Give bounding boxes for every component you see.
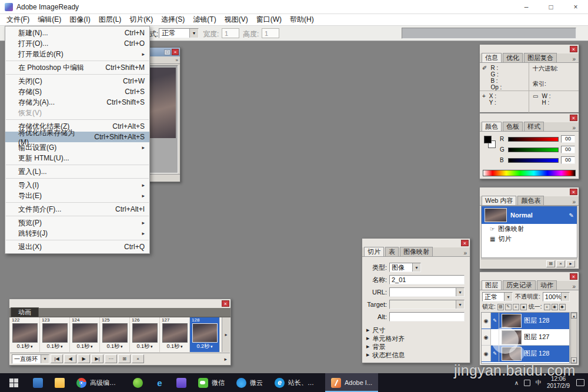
panel-tab[interactable]: 信息 — [482, 53, 502, 62]
panel-tab[interactable]: 图层复合 — [524, 53, 557, 62]
taskbar-pinned-app[interactable] — [27, 373, 49, 392]
file-menu-item[interactable]: 更新 HTML(U)... — [5, 153, 149, 163]
file-menu-item[interactable]: 关闭(C)Ctrl+W — [5, 76, 149, 86]
next-frame-button[interactable]: ▶| — [91, 354, 103, 363]
taskbar-imageready-window[interactable]: Adobe I... — [325, 373, 378, 392]
minimize-button[interactable]: – — [514, 0, 539, 14]
panel-tab[interactable]: 颜色表 — [517, 196, 544, 205]
panel-drag-strip[interactable]: × — [480, 113, 579, 122]
taskbar-purple-app[interactable] — [171, 373, 192, 392]
slice-field-combo[interactable]: ▾ — [389, 300, 465, 309]
color-swatches[interactable] — [483, 135, 497, 159]
panel-tab[interactable]: 图像映射 — [400, 247, 433, 256]
taskbar-browser-window[interactable]: 高级编辑... — [71, 373, 127, 392]
lock-image-icon[interactable]: ✎ — [505, 304, 512, 310]
panel-menu-icon[interactable]: » — [571, 125, 577, 131]
slice-section-row[interactable]: ▶状态栏信息 — [362, 351, 470, 359]
animation-frame[interactable]: 1280.2秒▾ — [190, 317, 220, 352]
animation-frame[interactable]: 1250.1秒▾ — [100, 317, 130, 352]
frame-delay[interactable]: 0.2秒▾ — [196, 343, 212, 350]
taskbar-weiyun[interactable]: 微云 — [230, 373, 269, 392]
close-icon[interactable]: × — [570, 115, 577, 121]
menubar-item[interactable]: 选择(S) — [157, 14, 189, 25]
style-select[interactable]: 正常 ▾ — [159, 28, 199, 38]
duplicate-frame-button[interactable]: ⊞ — [118, 354, 131, 363]
slice-section-row[interactable]: ▶单元格对齐 — [362, 334, 470, 343]
document-close-button[interactable]: × — [172, 49, 179, 55]
maximize-button[interactable]: □ — [539, 0, 563, 14]
foreground-color-swatch[interactable] — [484, 136, 492, 143]
panel-tab[interactable]: 表 — [385, 247, 399, 256]
frame-delay[interactable]: 0.1秒▾ — [16, 343, 32, 350]
file-menu-item[interactable]: 文件简介(F)...Ctrl+Alt+I — [5, 204, 149, 215]
previous-frame-button[interactable]: ◀ — [64, 354, 76, 363]
lock-all-icon[interactable]: ■ — [520, 304, 527, 310]
visibility-eye-icon[interactable]: ◉ — [482, 346, 491, 361]
file-menu-item[interactable]: 恢复(V) — [5, 108, 149, 118]
panel-options-button[interactable]: ▸ — [566, 260, 575, 267]
close-icon[interactable]: × — [461, 240, 469, 246]
delete-item-button[interactable]: × — [556, 260, 565, 267]
frame-delay[interactable]: 0.1秒▾ — [166, 343, 182, 350]
color-value-box[interactable]: 00 — [561, 146, 575, 153]
layer-row[interactable]: ◉✎图层 128 — [482, 313, 569, 329]
blend-mode-select[interactable]: 正常 ▾ — [482, 292, 513, 301]
panel-menu-icon[interactable]: ▸ — [224, 356, 228, 362]
slice-field-input[interactable]: 2_01 — [389, 275, 465, 284]
close-icon[interactable]: × — [222, 300, 229, 307]
unify-visibility-icon[interactable]: ◉ — [552, 304, 558, 310]
lock-position-icon[interactable]: + — [513, 304, 519, 310]
frame-delay[interactable]: 0.1秒▾ — [136, 343, 152, 350]
taskbar-green-app[interactable] — [127, 373, 149, 392]
file-menu-item[interactable]: 存储(S)Ctrl+S — [5, 86, 149, 97]
menubar-item[interactable]: 图层(L) — [95, 14, 126, 25]
frames-scrollbar[interactable]: ▸ — [222, 317, 230, 352]
menubar-item[interactable]: 编辑(E) — [34, 14, 65, 25]
panel-tab[interactable]: 优化 — [503, 53, 523, 62]
first-frame-button[interactable]: |◀ — [51, 354, 63, 363]
unify-style-icon[interactable]: ◆ — [559, 304, 566, 310]
color-slider[interactable] — [508, 148, 559, 152]
file-menu-item[interactable]: 导入(I)▸ — [5, 180, 149, 190]
frame-delay[interactable]: 0.1秒▾ — [76, 343, 92, 350]
tray-app-icon[interactable] — [524, 380, 530, 386]
panel-tab[interactable]: 切片 — [364, 247, 384, 256]
opacity-select[interactable]: 100% ▾ — [543, 292, 570, 301]
menubar-item[interactable]: 滤镜(T) — [189, 14, 220, 25]
panel-menu-icon[interactable]: » — [571, 199, 577, 205]
loop-select[interactable]: 一直循环 ▾ — [12, 354, 49, 364]
color-value-box[interactable]: 00 — [561, 135, 575, 143]
taskbar-ie-window[interactable]: e站长、公... — [269, 373, 325, 392]
file-menu-item[interactable]: 打开最近的(R)▸ — [5, 49, 149, 59]
menubar-item[interactable]: 文件(F) — [2, 14, 34, 25]
color-slider[interactable] — [508, 158, 559, 163]
panel-tab[interactable]: 样式 — [524, 122, 544, 131]
tab-overflow-icon[interactable]: » — [176, 58, 178, 63]
visibility-eye-icon[interactable]: ◉ — [482, 329, 491, 345]
file-menu-item[interactable]: 将优化结果存储为(M)...Ctrl+Shift+Alt+S — [5, 132, 149, 142]
unify-position-icon[interactable]: + — [544, 304, 550, 310]
panel-tab[interactable]: 色板 — [503, 122, 523, 131]
start-button[interactable] — [0, 373, 27, 392]
panel-drag-strip[interactable]: × — [480, 187, 579, 196]
close-icon[interactable]: × — [570, 189, 577, 195]
taskbar-edge-browser[interactable]: e — [149, 373, 171, 392]
lock-transparency-icon[interactable]: ▨ — [497, 304, 504, 310]
animation-frame[interactable]: 1270.1秒▾ — [160, 317, 190, 352]
panel-tab[interactable]: 颜色 — [482, 122, 502, 131]
menubar-item[interactable]: 窗口(W) — [252, 14, 286, 25]
file-menu-item[interactable]: 导出(E)▸ — [5, 190, 149, 201]
frame-delay[interactable]: 0.1秒▾ — [46, 343, 62, 350]
menubar-item[interactable]: 视图(V) — [220, 14, 252, 25]
ime-indicator[interactable]: 中 — [536, 378, 542, 387]
animation-frame[interactable]: 1240.1秒▾ — [70, 317, 100, 352]
panel-menu-icon[interactable]: » — [462, 250, 468, 256]
panel-tab[interactable]: 动画 — [11, 307, 39, 317]
file-menu-item[interactable]: 新建(N)...Ctrl+N — [5, 28, 149, 38]
close-button[interactable]: × — [563, 0, 588, 14]
file-menu-item[interactable]: 退出(X)Ctrl+Q — [5, 242, 149, 252]
file-menu-item[interactable]: 在 Photoshop 中编辑Ctrl+Shift+M — [5, 62, 149, 73]
play-button[interactable]: ▶ — [78, 354, 90, 363]
panel-drag-strip[interactable]: × — [480, 45, 579, 53]
panel-drag-strip[interactable]: × — [9, 299, 230, 308]
